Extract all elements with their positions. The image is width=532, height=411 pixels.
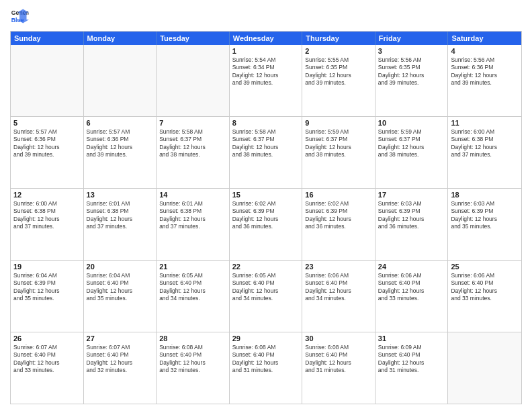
day-info: Sunrise: 5:59 AM Sunset: 6:37 PM Dayligh… <box>378 128 445 159</box>
day-info: Sunrise: 5:57 AM Sunset: 6:36 PM Dayligh… <box>87 128 154 159</box>
calendar-cell: 26Sunrise: 6:07 AM Sunset: 6:40 PM Dayli… <box>11 332 84 404</box>
day-number: 6 <box>87 119 154 127</box>
calendar-cell: 6Sunrise: 5:57 AM Sunset: 6:36 PM Daylig… <box>84 117 157 188</box>
calendar-row: 26Sunrise: 6:07 AM Sunset: 6:40 PM Dayli… <box>11 332 521 404</box>
weekday-header-sunday: Sunday <box>11 32 84 45</box>
day-info: Sunrise: 6:06 AM Sunset: 6:40 PM Dayligh… <box>305 272 372 303</box>
header: General Blue <box>10 7 522 26</box>
calendar-cell: 11Sunrise: 6:00 AM Sunset: 6:38 PM Dayli… <box>448 117 521 188</box>
day-number: 31 <box>378 334 445 342</box>
day-info: Sunrise: 6:06 AM Sunset: 6:40 PM Dayligh… <box>451 272 519 303</box>
weekday-header-tuesday: Tuesday <box>157 32 230 45</box>
calendar-cell: 10Sunrise: 5:59 AM Sunset: 6:37 PM Dayli… <box>375 117 449 188</box>
weekday-header-saturday: Saturday <box>448 32 521 45</box>
calendar-cell: 5Sunrise: 5:57 AM Sunset: 6:36 PM Daylig… <box>11 117 84 188</box>
day-number: 26 <box>13 334 81 342</box>
calendar-row: 5Sunrise: 5:57 AM Sunset: 6:36 PM Daylig… <box>11 116 521 188</box>
day-number: 23 <box>305 263 372 271</box>
calendar-cell: 31Sunrise: 6:09 AM Sunset: 6:40 PM Dayli… <box>375 332 449 404</box>
calendar-row: 19Sunrise: 6:04 AM Sunset: 6:39 PM Dayli… <box>11 260 521 332</box>
calendar-cell: 7Sunrise: 5:58 AM Sunset: 6:37 PM Daylig… <box>157 117 230 188</box>
day-number: 17 <box>378 191 445 199</box>
calendar-cell: 14Sunrise: 6:01 AM Sunset: 6:38 PM Dayli… <box>157 189 230 260</box>
calendar-cell: 25Sunrise: 6:06 AM Sunset: 6:40 PM Dayli… <box>448 261 521 332</box>
day-number: 12 <box>13 191 81 199</box>
day-info: Sunrise: 6:08 AM Sunset: 6:40 PM Dayligh… <box>159 344 226 375</box>
calendar-cell: 18Sunrise: 6:03 AM Sunset: 6:39 PM Dayli… <box>448 189 521 260</box>
calendar-cell: 29Sunrise: 6:08 AM Sunset: 6:40 PM Dayli… <box>230 332 303 404</box>
calendar-cell: 27Sunrise: 6:07 AM Sunset: 6:40 PM Dayli… <box>84 332 157 404</box>
calendar-cell <box>11 45 84 116</box>
calendar-body: 1Sunrise: 5:54 AM Sunset: 6:34 PM Daylig… <box>11 45 521 404</box>
calendar-cell <box>84 45 157 116</box>
day-info: Sunrise: 6:00 AM Sunset: 6:38 PM Dayligh… <box>451 128 519 159</box>
calendar-row: 12Sunrise: 6:00 AM Sunset: 6:38 PM Dayli… <box>11 188 521 260</box>
day-number: 21 <box>159 263 226 271</box>
day-info: Sunrise: 6:07 AM Sunset: 6:40 PM Dayligh… <box>87 344 154 375</box>
calendar-cell: 15Sunrise: 6:02 AM Sunset: 6:39 PM Dayli… <box>230 189 303 260</box>
day-number: 1 <box>232 47 300 55</box>
day-info: Sunrise: 6:00 AM Sunset: 6:38 PM Dayligh… <box>13 200 81 231</box>
calendar-cell: 13Sunrise: 6:01 AM Sunset: 6:38 PM Dayli… <box>84 189 157 260</box>
day-number: 3 <box>378 47 445 55</box>
calendar-cell: 1Sunrise: 5:54 AM Sunset: 6:34 PM Daylig… <box>230 45 303 116</box>
weekday-header-friday: Friday <box>375 32 449 45</box>
calendar-cell: 24Sunrise: 6:06 AM Sunset: 6:40 PM Dayli… <box>375 261 449 332</box>
logo: General Blue <box>10 7 29 26</box>
day-number: 28 <box>159 334 226 342</box>
day-info: Sunrise: 6:04 AM Sunset: 6:39 PM Dayligh… <box>13 272 81 303</box>
day-number: 22 <box>232 263 300 271</box>
day-info: Sunrise: 6:08 AM Sunset: 6:40 PM Dayligh… <box>232 344 300 375</box>
day-info: Sunrise: 5:59 AM Sunset: 6:37 PM Dayligh… <box>305 128 372 159</box>
day-info: Sunrise: 6:01 AM Sunset: 6:38 PM Dayligh… <box>159 200 226 231</box>
calendar-cell: 22Sunrise: 6:05 AM Sunset: 6:40 PM Dayli… <box>230 261 303 332</box>
day-number: 18 <box>451 191 519 199</box>
day-info: Sunrise: 6:02 AM Sunset: 6:39 PM Dayligh… <box>232 200 300 231</box>
day-info: Sunrise: 5:56 AM Sunset: 6:36 PM Dayligh… <box>451 56 519 87</box>
calendar-cell <box>448 332 521 404</box>
day-number: 11 <box>451 119 519 127</box>
day-info: Sunrise: 6:03 AM Sunset: 6:39 PM Dayligh… <box>451 200 519 231</box>
day-info: Sunrise: 5:57 AM Sunset: 6:36 PM Dayligh… <box>13 128 81 159</box>
day-info: Sunrise: 6:08 AM Sunset: 6:40 PM Dayligh… <box>305 344 372 375</box>
day-info: Sunrise: 6:04 AM Sunset: 6:40 PM Dayligh… <box>87 272 154 303</box>
calendar-cell <box>157 45 230 116</box>
day-number: 8 <box>232 119 300 127</box>
calendar-cell: 2Sunrise: 5:55 AM Sunset: 6:35 PM Daylig… <box>302 45 375 116</box>
day-info: Sunrise: 5:58 AM Sunset: 6:37 PM Dayligh… <box>232 128 300 159</box>
day-info: Sunrise: 5:58 AM Sunset: 6:37 PM Dayligh… <box>159 128 226 159</box>
day-info: Sunrise: 6:05 AM Sunset: 6:40 PM Dayligh… <box>159 272 226 303</box>
day-number: 7 <box>159 119 226 127</box>
day-number: 10 <box>378 119 445 127</box>
calendar-cell: 30Sunrise: 6:08 AM Sunset: 6:40 PM Dayli… <box>302 332 375 404</box>
calendar-cell: 8Sunrise: 5:58 AM Sunset: 6:37 PM Daylig… <box>230 117 303 188</box>
calendar-row: 1Sunrise: 5:54 AM Sunset: 6:34 PM Daylig… <box>11 45 521 116</box>
day-number: 13 <box>87 191 154 199</box>
day-number: 4 <box>451 47 519 55</box>
calendar-cell: 3Sunrise: 5:56 AM Sunset: 6:35 PM Daylig… <box>375 45 449 116</box>
weekday-header-monday: Monday <box>84 32 157 45</box>
day-number: 27 <box>87 334 154 342</box>
calendar-cell: 23Sunrise: 6:06 AM Sunset: 6:40 PM Dayli… <box>302 261 375 332</box>
day-number: 2 <box>305 47 372 55</box>
day-number: 25 <box>451 263 519 271</box>
day-number: 24 <box>378 263 445 271</box>
calendar-cell: 17Sunrise: 6:03 AM Sunset: 6:39 PM Dayli… <box>375 189 449 260</box>
calendar-cell: 19Sunrise: 6:04 AM Sunset: 6:39 PM Dayli… <box>11 261 84 332</box>
calendar: SundayMondayTuesdayWednesdayThursdayFrid… <box>10 31 522 404</box>
weekday-header-wednesday: Wednesday <box>230 32 303 45</box>
day-info: Sunrise: 6:03 AM Sunset: 6:39 PM Dayligh… <box>378 200 445 231</box>
day-number: 15 <box>232 191 300 199</box>
day-number: 9 <box>305 119 372 127</box>
day-info: Sunrise: 6:07 AM Sunset: 6:40 PM Dayligh… <box>13 344 81 375</box>
calendar-cell: 28Sunrise: 6:08 AM Sunset: 6:40 PM Dayli… <box>157 332 230 404</box>
weekday-header-thursday: Thursday <box>302 32 375 45</box>
day-info: Sunrise: 5:56 AM Sunset: 6:35 PM Dayligh… <box>378 56 445 87</box>
day-number: 19 <box>13 263 81 271</box>
calendar-cell: 21Sunrise: 6:05 AM Sunset: 6:40 PM Dayli… <box>157 261 230 332</box>
day-number: 5 <box>13 119 81 127</box>
calendar-cell: 4Sunrise: 5:56 AM Sunset: 6:36 PM Daylig… <box>448 45 521 116</box>
day-info: Sunrise: 6:01 AM Sunset: 6:38 PM Dayligh… <box>87 200 154 231</box>
calendar-cell: 12Sunrise: 6:00 AM Sunset: 6:38 PM Dayli… <box>11 189 84 260</box>
day-number: 14 <box>159 191 226 199</box>
